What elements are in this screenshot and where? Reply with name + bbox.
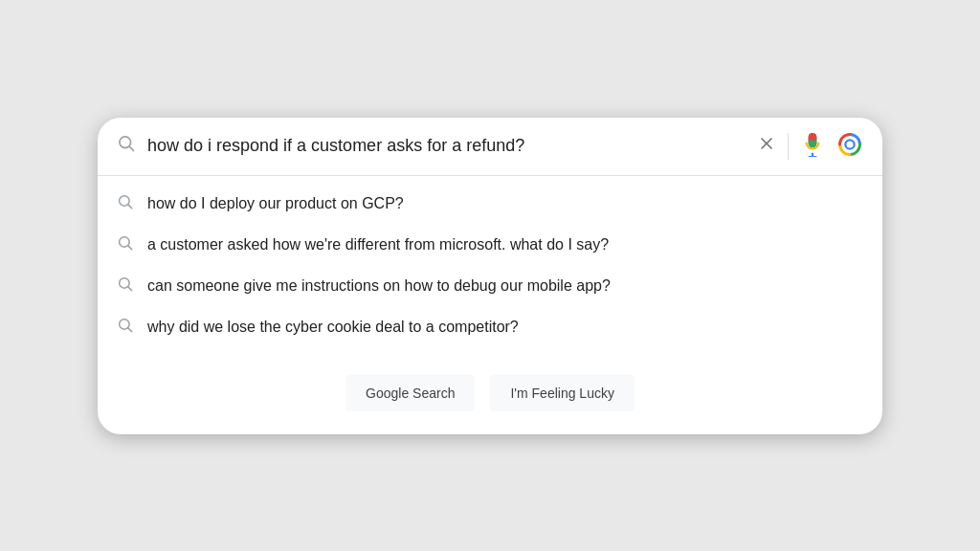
search-dialog: how do i respond if a customer asks for … — [98, 118, 882, 434]
suggestion-item[interactable]: why did we lose the cyber cookie deal to… — [98, 307, 882, 348]
suggestion-search-icon — [117, 276, 134, 298]
google-search-button[interactable]: Google Search — [345, 375, 475, 411]
action-buttons-row: Google Search I'm Feeling Lucky — [98, 356, 882, 434]
clear-icon[interactable] — [757, 134, 776, 158]
suggestion-item[interactable]: how do I deploy our product on GCP? — [98, 184, 882, 225]
suggestions-list: how do I deploy our product on GCP? a cu… — [98, 176, 882, 356]
search-bar-divider — [788, 133, 789, 160]
search-bar-icon — [117, 134, 136, 158]
feeling-lucky-button[interactable]: I'm Feeling Lucky — [490, 375, 635, 411]
suggestion-text: how do I deploy our product on GCP? — [147, 195, 404, 212]
suggestion-search-icon — [117, 317, 134, 339]
svg-line-11 — [128, 286, 132, 290]
suggestion-search-icon — [117, 234, 134, 256]
svg-line-9 — [128, 245, 132, 249]
google-lens-icon[interactable] — [836, 131, 863, 162]
suggestion-item[interactable]: a customer asked how we're different fro… — [98, 225, 882, 266]
suggestion-text: can someone give me instructions on how … — [147, 277, 611, 295]
suggestion-search-icon — [117, 193, 134, 215]
search-input[interactable]: how do i respond if a customer asks for … — [147, 136, 746, 156]
suggestion-text: a customer asked how we're different fro… — [147, 236, 609, 253]
svg-point-5 — [845, 140, 854, 148]
svg-line-13 — [128, 327, 132, 331]
suggestion-item[interactable]: can someone give me instructions on how … — [98, 266, 882, 307]
svg-line-1 — [129, 146, 134, 151]
mic-icon[interactable] — [800, 132, 825, 161]
suggestion-text: why did we lose the cyber cookie deal to… — [147, 319, 519, 336]
svg-line-7 — [128, 204, 132, 208]
search-bar: how do i respond if a customer asks for … — [98, 118, 882, 176]
